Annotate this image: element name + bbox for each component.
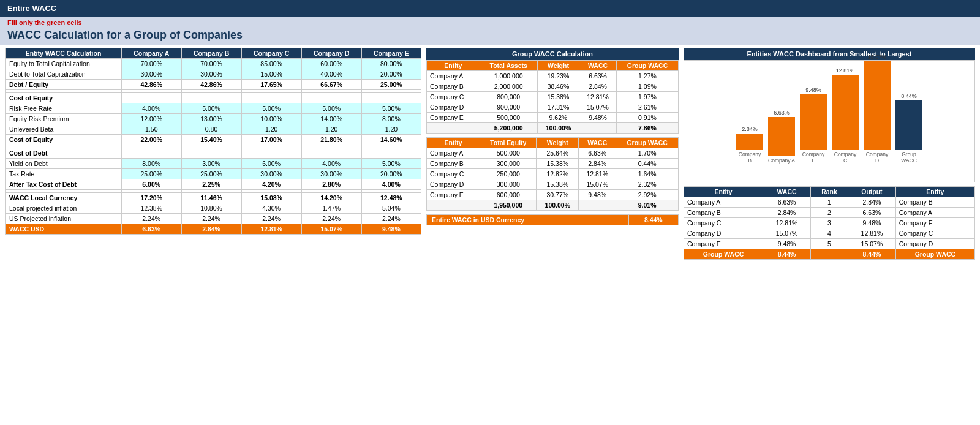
row-value: 10.80% <box>181 203 241 214</box>
col-header-label: Entity WACC Calculation <box>6 48 122 59</box>
rank-cell-out_entity: Company D <box>895 239 974 249</box>
row-label: Cost of Equity <box>6 135 122 145</box>
row-value: 60.00% <box>301 59 361 69</box>
rank-cell-entity: Company B <box>684 208 763 218</box>
cell-total: 250,000 <box>480 169 537 179</box>
wacc-usd-value: 2.84% <box>181 224 241 235</box>
rank-row: Company B2.84%26.63%Company A <box>684 208 975 218</box>
row-value <box>301 93 361 103</box>
assets-col-group-wacc: Group WACC <box>616 61 678 71</box>
cell-wacc: 6.63% <box>579 71 617 81</box>
row-value: 0.80 <box>181 124 241 135</box>
cell-wacc: 15.07% <box>579 179 616 190</box>
col-header-a: Company A <box>122 48 182 59</box>
bar-label: Company B <box>736 151 763 164</box>
row-value: 5.00% <box>301 103 361 114</box>
bar-item: 15.07%Company D <box>864 54 891 164</box>
rank-cell-rank: 2 <box>810 208 848 218</box>
cell-wacc: 12.81% <box>579 169 616 179</box>
group-cell-wacc: 8.44% <box>763 249 811 260</box>
row-value <box>122 93 182 103</box>
table-row: Company B2,000,00038.46%2.84%1.09% <box>427 81 679 92</box>
assets-col-total: Total Assets <box>480 61 537 71</box>
assets-table: Entity Total Assets Weight WACC Group WA… <box>426 60 679 134</box>
group-cell-entity: Group WACC <box>684 249 763 260</box>
rank-cell-out_entity: Company B <box>895 197 974 208</box>
row-value: 2.24% <box>361 214 421 224</box>
row-value: 13.00% <box>181 114 241 124</box>
cell-total: 300,000 <box>480 159 537 169</box>
row-value: 4.00% <box>122 103 182 114</box>
cell-total: 500,000 <box>480 113 537 123</box>
cell-group_wacc: 0.44% <box>616 159 679 169</box>
group-wacc-title: Group WACC Calculation <box>426 48 679 60</box>
table-row: Company E600,00030.77%9.48%2.92% <box>427 190 679 200</box>
rank-row: Company A6.63%12.84%Company B <box>684 197 975 208</box>
bar-rect <box>864 61 891 150</box>
cell-weight: 15.38% <box>537 92 579 102</box>
wacc-usd-value: 9.48% <box>361 224 421 235</box>
cell-group_wacc: 1.27% <box>616 71 678 81</box>
row-label: Cost of Equity <box>6 93 122 103</box>
equity-col-weight: Weight <box>537 138 579 148</box>
cell-entity: Company B <box>427 159 480 169</box>
rank-cell-output: 12.81% <box>848 228 896 239</box>
row-value: 2.24% <box>122 214 182 224</box>
table-row: Company C800,00015.38%12.81%1.97% <box>427 92 679 102</box>
cell-weight: 15.38% <box>537 159 579 169</box>
row-value: 2.24% <box>301 214 361 224</box>
col-header-e: Company E <box>361 48 421 59</box>
row-value: 42.86% <box>122 80 182 90</box>
row-value <box>241 93 301 103</box>
bar-value-label: 15.07% <box>868 54 887 60</box>
rank-row: Company C12.81%39.48%Company E <box>684 218 975 228</box>
fill-note: Fill only the green cells <box>7 19 973 26</box>
entity-wacc-table: Entity WACC Calculation Company A Compan… <box>5 48 421 235</box>
row-value <box>122 148 182 159</box>
equity-table: Entity Total Equity Weight WACC Group WA… <box>426 137 679 211</box>
assets-col-weight: Weight <box>537 61 579 71</box>
rank-cell-output: 6.63% <box>848 208 896 218</box>
row-value <box>241 148 301 159</box>
bar-item: 9.48%Company E <box>800 87 827 164</box>
row-label: US Projected inflation <box>6 214 122 224</box>
group-cell-out_entity: Group WACC <box>895 249 974 260</box>
row-label: Unlevered Beta <box>6 124 122 135</box>
rank-cell-entity: Company E <box>684 239 763 249</box>
equity-col-entity: Entity <box>427 138 480 148</box>
row-value: 85.00% <box>241 59 301 69</box>
wacc-usd-label: WACC USD <box>6 224 122 235</box>
rank-cell-rank: 3 <box>810 218 848 228</box>
row-value: 12.00% <box>122 114 182 124</box>
row-label: Equity Risk Premium <box>6 114 122 124</box>
equity-col-group-wacc: Group WACC <box>616 138 679 148</box>
row-label: Risk Free Rate <box>6 103 122 114</box>
bar-label: Group WACC <box>895 151 922 164</box>
row-label: Tax Rate <box>6 169 122 179</box>
row-value: 30.00% <box>181 69 241 80</box>
rank-cell-entity: Company C <box>684 218 763 228</box>
rank-col-output: Output <box>848 187 896 197</box>
wacc-usd-value: 6.63% <box>122 224 182 235</box>
row-value: 20.00% <box>361 69 421 80</box>
table-row: Company D300,00015.38%15.07%2.32% <box>427 179 679 190</box>
cell-group_wacc: 1.97% <box>616 92 678 102</box>
row-value: 17.65% <box>241 80 301 90</box>
assets-col-entity: Entity <box>427 61 480 71</box>
sub-header: Fill only the green cells WACC Calculati… <box>0 17 980 45</box>
rank-cell-rank: 1 <box>810 197 848 208</box>
middle-panel: Group WACC Calculation Entity Total Asse… <box>421 48 679 260</box>
row-value: 2.80% <box>301 179 361 190</box>
wacc-usd-value: 12.81% <box>241 224 301 235</box>
total-row: 5,200,000100.00%7.86% <box>427 123 679 134</box>
row-value: 5.00% <box>241 103 301 114</box>
row-value: 2.24% <box>181 214 241 224</box>
rank-cell-entity: Company A <box>684 197 763 208</box>
rank-cell-output: 9.48% <box>848 218 896 228</box>
cell-total: 300,000 <box>480 179 537 190</box>
row-value: 4.30% <box>241 203 301 214</box>
row-label: Debt / Equity <box>6 80 122 90</box>
row-label: Debt to Total Capitalization <box>6 69 122 80</box>
row-value: 6.00% <box>122 179 182 190</box>
cell-entity: Company D <box>427 102 480 113</box>
